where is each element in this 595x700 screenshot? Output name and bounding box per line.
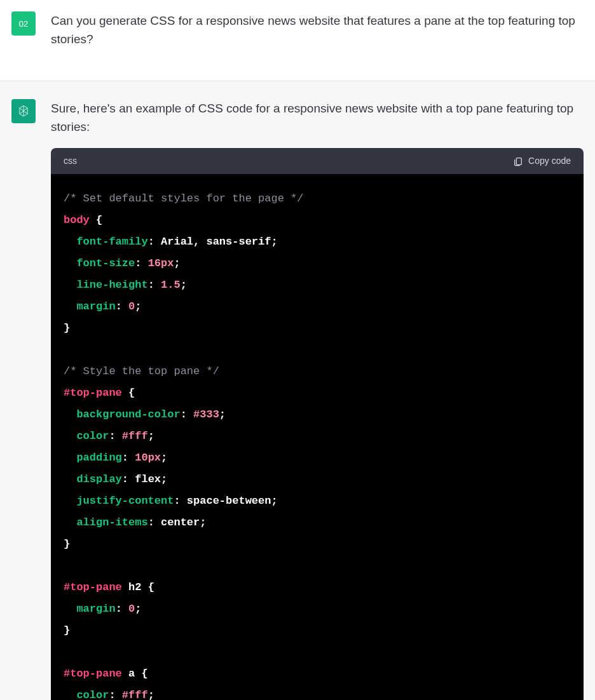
assistant-message: Sure, here's an example of CSS code for … [0, 81, 595, 700]
assistant-avatar [11, 99, 36, 123]
copy-code-label: Copy code [528, 154, 571, 168]
openai-logo-icon [16, 104, 31, 119]
user-avatar-label: 02 [19, 19, 28, 29]
assistant-intro: Sure, here's an example of CSS code for … [51, 99, 584, 137]
user-avatar: 02 [11, 11, 36, 36]
code-language-label: css [64, 154, 77, 168]
code-header: css Copy code [51, 148, 584, 175]
user-message: 02 Can you generate CSS for a responsive… [0, 0, 595, 81]
assistant-content: Sure, here's an example of CSS code for … [51, 99, 584, 700]
user-question: Can you generate CSS for a responsive ne… [51, 11, 584, 49]
code-block: css Copy code /* Set default styles for … [51, 148, 584, 700]
code-body[interactable]: /* Set default styles for the page */ bo… [51, 174, 584, 700]
svg-rect-0 [516, 158, 521, 165]
user-content: Can you generate CSS for a responsive ne… [51, 11, 584, 60]
clipboard-icon [513, 156, 523, 166]
copy-code-button[interactable]: Copy code [513, 154, 571, 168]
